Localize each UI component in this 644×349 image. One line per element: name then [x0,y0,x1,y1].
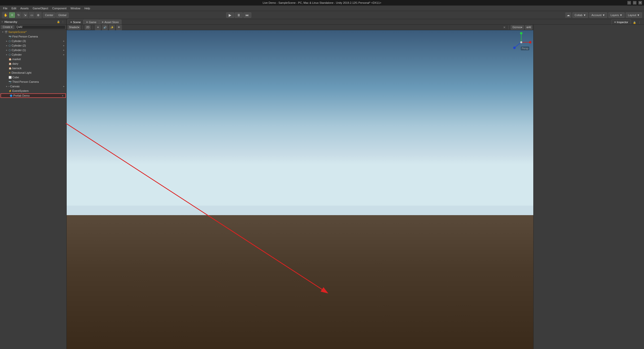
close-button[interactable]: ✕ [638,1,642,5]
scene-gizmo-overlay[interactable]: Persp [511,32,531,52]
tree-item-directionallight[interactable]: ☀ Directional Light [0,70,66,75]
persp-label: Persp [521,47,529,50]
hierarchy-lock-button[interactable]: 🔒 [56,20,60,24]
svg-line-4 [515,42,521,47]
hierarchy-search-input[interactable] [15,25,65,29]
assetstore-tab-label: Asset Store [104,21,119,24]
layout-dropdown[interactable]: Layout ▼ [626,12,642,18]
hierarchy-create-bar: Create ▾ [0,25,66,30]
tab-scene[interactable]: Scene [68,19,84,24]
hierarchy-create-button[interactable]: Create ▾ [1,25,14,29]
pause-button[interactable]: ⏸ [235,12,243,18]
tab-asset-store[interactable]: Asset Store [99,19,122,24]
layers-dropdown[interactable]: Layers ▼ [608,12,625,18]
scene-tab-dot [70,21,72,23]
hand-tool-button[interactable]: ✋ [3,12,9,18]
play-controls: ▶ ⏸ ⏭ [226,12,251,18]
maximize-button[interactable]: □ [633,1,636,5]
hierarchy-header: ≡ Hierarchy 🔒 ⋮ [0,19,66,25]
hierarchy-panel: ≡ Hierarchy 🔒 ⋮ Create ▾ ▼ 🎬 SampleScene… [0,19,67,349]
menu-window[interactable]: Window [68,6,82,10]
scene-close-button[interactable]: ✕ [502,25,506,29]
tree-item-cylinder2[interactable]: ► ⬡ Cylinder (2) ► [0,43,66,48]
center-button[interactable]: Center [43,12,56,18]
expand-icon [5,89,9,93]
expand-icon: ► [5,39,9,43]
scene-hidden-toggle[interactable]: 👁 [116,25,122,30]
account-label: Account ▼ [591,14,605,17]
tree-item-eventsystem[interactable]: ⚡ EventSystem [0,89,66,93]
rotate-tool-button[interactable]: ↻ [16,12,22,18]
gizmos-dropdown[interactable]: Gizmos▾ [511,25,524,30]
center-label: Center [45,14,53,17]
scene-view-content[interactable]: Persp [67,30,533,349]
cylinder1-label: Cylinder (1) [12,49,66,52]
all-dropdown[interactable]: ⊕All [525,25,532,30]
expand-icon [6,94,10,97]
tree-item-samplescene[interactable]: ▼ 🎬 SampleScene* [0,30,66,34]
global-label: Global [58,14,66,17]
assetstore-tab-dot [102,21,103,23]
camera-icon: 📷 [9,35,12,38]
scale-tool-button[interactable]: ⇲ [22,12,28,18]
title-bar: Live Demo - SampleScene - PC, Mac & Linu… [0,0,644,6]
transform-tools-group: ✋ ✛ ↻ ⇲ ▭ ⊕ [2,12,42,18]
tree-item-dairy[interactable]: 🏠 dairy [0,61,66,66]
menu-help[interactable]: Help [82,6,92,10]
step-button[interactable]: ⏭ [243,12,251,18]
expand-icon: ▼ [1,30,5,34]
scene-effects-toggle[interactable]: ✨ [109,25,115,30]
tree-item-cylinder3[interactable]: ► ⬡ Cylinder (3) ► [0,39,66,43]
shading-label: Shaded [69,26,77,29]
shading-dropdown[interactable]: Shaded▾ [68,25,80,30]
play-button[interactable]: ▶ [226,12,234,18]
tree-item-firstpersoncamera[interactable]: 📷 First Person Camera [0,34,66,39]
tree-item-cube[interactable]: ⬜ Cube [0,75,66,80]
combined-tool-button[interactable]: ⊕ [35,12,41,18]
inspector-lock-button[interactable]: 🔒 [632,20,636,24]
cube-icon: ⬜ [9,76,12,79]
account-dropdown[interactable]: Account ▼ [589,12,607,18]
inspector-tab-label: Inspector [617,21,628,24]
scene-lighting-toggle[interactable]: ☀ [95,25,101,30]
menu-component[interactable]: Component [50,6,68,10]
tree-item-thirdpersoncamera[interactable]: 📷 Third Person Camera [0,80,66,84]
tree-item-market[interactable]: 🏠 market [0,57,66,61]
inspector-menu-button[interactable]: ⋮ [637,20,641,24]
tree-item-prefabdemo[interactable]: 🔷 Prefab Demo ► [1,93,66,98]
hierarchy-menu-button[interactable]: ⋮ [61,20,65,24]
cylinder-icon: ⬡ [9,44,11,47]
collab-dropdown[interactable]: Collab ▼ [572,12,588,18]
toolbar-right: ☁ Collab ▼ Account ▼ Layers ▼ Layout ▼ [565,12,642,18]
scene-audio-toggle[interactable]: 🔊 [102,25,108,30]
arrow-icon: ► [62,48,66,52]
toolbar: ✋ ✛ ↻ ⇲ ▭ ⊕ Center Global ▶ ⏸ ⏭ ☁ Collab… [0,11,644,19]
event-icon: ⚡ [9,90,12,92]
menu-edit[interactable]: Edit [10,6,18,10]
inspector-panel [533,25,644,349]
tab-game[interactable]: Game [84,19,99,24]
minimize-button[interactable]: ─ [627,1,631,5]
menu-assets[interactable]: Assets [18,6,31,10]
move-tool-button[interactable]: ✛ [9,12,15,18]
arrow-icon: ► [61,94,65,98]
collab-icon[interactable]: ☁ [565,12,571,18]
tab-inspector[interactable]: Inspector [612,19,631,24]
menu-file[interactable]: File [1,6,10,10]
tree-item-cylinder[interactable]: ► ⬡ Cylinder ► [0,52,66,57]
firstpersoncamera-label: First Person Camera [12,35,66,38]
rect-tool-button[interactable]: ▭ [29,12,35,18]
expand-icon [5,71,9,74]
menu-gameobject[interactable]: GameObject [31,6,50,10]
view2d-button[interactable]: 2D [85,25,91,30]
hierarchy-panel-title: Hierarchy [5,20,55,23]
inspector-tab-dot [614,21,616,23]
window-controls: ─ □ ✕ [627,1,642,5]
all-label: ⊕All [526,26,531,29]
tree-item-cylinder1[interactable]: ► ⬡ Cylinder (1) ► [0,48,66,52]
global-button[interactable]: Global [56,12,69,18]
hierarchy-title: ≡ [2,20,3,23]
tree-item-canvas[interactable]: ► ▫ Canvas ► [0,84,66,89]
tree-item-barrack[interactable]: 🏠 barrack [0,66,66,70]
menu-bar: File Edit Assets GameObject Component Wi… [0,6,644,11]
